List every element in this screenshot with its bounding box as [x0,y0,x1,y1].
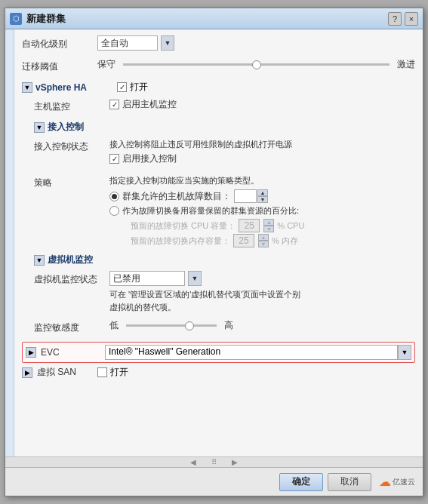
cancel-button[interactable]: 取消 [328,473,371,491]
cpu-unit: % CPU [277,221,304,230]
radio1[interactable] [109,192,119,201]
bottom-scroll-inner: ◀ ⠿ ▶ [190,458,238,466]
host-monitor-value: 启用主机监控 [109,98,415,114]
admission-control-header: ▼ 接入控制 [22,121,415,134]
admission-control-toggle[interactable]: ▼ [34,122,45,133]
sensitivity-slider-track[interactable] [126,324,217,327]
title-bar-controls: ? × [388,12,418,26]
admission-control-title: 接入控制 [48,121,84,134]
main-content: 自动化级别 全自动 ▼ 迁移阈值 保守 激 [14,29,423,456]
migration-label: 迁移阈值 [22,58,97,73]
footer-bar: 确定 取消 ☁ 亿速云 [5,467,423,496]
title-bar: ⬡ 新建群集 ? × [5,8,423,29]
automation-select[interactable]: 全自动 [97,35,158,51]
migration-slider-thumb[interactable] [252,60,261,69]
vm-monitor-status-value: 已禁用 ▼ 可在 '管理设置'区域的'虚拟机替代项'页面中设置个别 虚拟机的替代… [109,271,415,313]
sensitivity-slider-thumb[interactable] [185,321,194,330]
vm-monitor-select-wrapper: 已禁用 ▼ [109,271,415,286]
vm-monitor-title: 虚拟机监控 [48,254,93,266]
mem-up-btn: ▲ [258,234,269,241]
radio1-spinner-btns: ▲ ▼ [257,189,268,203]
vsphere-ha-checkbox[interactable] [117,82,127,92]
help-button[interactable]: ? [388,12,402,26]
cpu-up-btn: ▲ [263,219,274,226]
watermark-text: 亿速云 [393,477,415,487]
radio1-label: 群集允许的主机故障数目： [122,190,231,203]
vsphere-ha-header: ▼ vSphere HA 打开 [22,81,415,94]
sensitivity-slider-row: 低 高 [109,319,415,332]
radio1-input[interactable]: 1 [234,189,257,203]
migration-left-label: 保守 [97,58,115,71]
policy-label: 策略 [34,174,109,189]
policy-value: 指定接入控制功能应当实施的策略类型。 群集允许的主机故障数目： 1 ▲ ▼ [109,174,415,248]
window-icon: ⬡ [10,13,22,25]
host-monitor-check-row: 启用主机监控 [109,98,415,111]
vm-monitor-select[interactable]: 已禁用 [109,271,185,286]
radio2[interactable] [109,206,119,216]
monitor-sensitivity-value: 低 高 [109,319,415,332]
bottom-scrollbar[interactable]: ◀ ⠿ ▶ [5,456,423,467]
admission-status-label: 接入控制状态 [34,138,109,153]
radio2-label: 作为故障切换备用容量保留的群集资源的百分比: [122,205,299,217]
automation-row: 自动化级别 全自动 ▼ [22,35,415,52]
vsphere-ha-check-label: 打开 [130,81,148,94]
admission-status-row: 接入控制状态 接入控制将阻止违反可用性限制的虚拟机打开电源 启用接入控制 [22,138,415,168]
monitor-sensitivity-label: 监控敏感度 [34,319,109,334]
monitor-sensitivity-row: 监控敏感度 低 高 [22,319,415,336]
radio1-up-btn[interactable]: ▲ [257,189,268,196]
vsan-label: 虚拟 SAN [37,366,97,379]
admission-check-label: 启用接入控制 [122,152,177,165]
vm-monitor-status-row: 虚拟机监控状态 已禁用 ▼ 可在 '管理设置'区域的'虚拟机替代项'页面中设置个… [22,271,415,313]
vsan-row: ▶ 虚拟 SAN 打开 [22,366,415,379]
host-monitor-label: 主机监控 [34,98,109,113]
sensitivity-high-label: 高 [224,319,233,332]
vsan-checkbox[interactable] [97,367,107,377]
evc-row: ▶ EVC Intel® "Haswell" Generation ▼ [22,342,415,363]
vm-monitor-status-label: 虚拟机监控状态 [34,271,109,286]
ok-button[interactable]: 确定 [279,473,323,491]
mem-spinner-btns: ▲ ▼ [258,234,269,247]
cpu-down-btn: ▼ [263,226,274,232]
automation-label: 自动化级别 [22,35,97,51]
vsan-toggle[interactable]: ▶ [22,367,32,378]
host-monitor-check-label: 启用主机监控 [122,98,177,111]
watermark-icon: ☁ [379,475,391,489]
evc-label: EVC [41,347,105,358]
evc-toggle[interactable]: ▶ [26,347,36,358]
automation-value: 全自动 ▼ [97,35,415,51]
vsphere-ha-check-row: 打开 [117,81,148,94]
vm-monitor-desc1: 可在 '管理设置'区域的'虚拟机替代项'页面中设置个别 [109,288,415,301]
radio1-down-btn[interactable]: ▼ [257,196,268,203]
migration-row: 迁移阈值 保守 激进 [22,58,415,75]
evc-select[interactable]: Intel® "Haswell" Generation [105,345,398,360]
host-monitor-checkbox[interactable] [109,100,119,109]
migration-slider-row: 保守 激进 [97,58,415,71]
evc-select-wrapper: Intel® "Haswell" Generation ▼ [105,345,411,360]
cpu-row: 预留的故障切换 CPU 容量： ▲ ▼ % CPU [109,219,415,232]
sensitivity-low-label: 低 [109,319,119,332]
vm-monitor-header: ▼ 虚拟机监控 [22,254,415,266]
mem-unit: % 内存 [272,235,298,247]
vsan-check-label: 打开 [110,366,128,379]
cpu-spinner-btns: ▲ ▼ [263,219,274,232]
watermark-area: ☁ 亿速云 [379,475,415,489]
automation-dropdown-arrow[interactable]: ▼ [161,35,174,51]
radio2-row: 作为故障切换备用容量保留的群集资源的百分比: [109,205,415,217]
radio1-row: 群集允许的主机故障数目： 1 ▲ ▼ [109,189,415,203]
migration-value: 保守 激进 [97,58,415,71]
vm-monitor-toggle[interactable]: ▼ [34,255,45,266]
evc-dropdown-arrow[interactable]: ▼ [398,345,411,360]
left-sidebar [5,29,14,456]
admission-checkbox[interactable] [109,154,119,164]
window-title: 新建群集 [26,12,388,26]
close-button[interactable]: × [405,12,418,26]
vsphere-ha-toggle[interactable]: ▼ [22,82,32,93]
cpu-input [239,219,260,232]
vsphere-ha-title: vSphere HA [35,82,87,93]
vm-monitor-dropdown-arrow[interactable]: ▼ [188,271,202,286]
radio1-spinner: 1 ▲ ▼ [234,189,268,203]
automation-select-wrapper: 全自动 ▼ [97,35,415,51]
vsan-check-row: 打开 [97,366,128,379]
mem-down-btn: ▼ [258,241,269,247]
migration-slider-track[interactable] [123,63,390,66]
